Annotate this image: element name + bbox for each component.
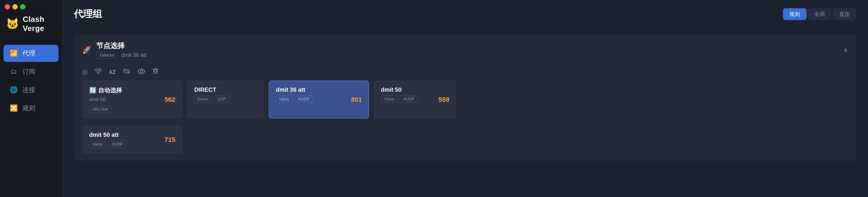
card-latency-auto: 562 <box>164 96 175 103</box>
group-selected-node: dmit 36 att <box>121 52 146 58</box>
group-name: 节点选择 <box>96 41 146 51</box>
minimize-button[interactable] <box>12 4 18 9</box>
subscriptions-icon: 🗂 <box>9 68 18 75</box>
filter-eye-icon[interactable] <box>137 68 145 76</box>
proxy-card-direct[interactable]: DIRECT Direct UDP <box>187 80 264 119</box>
filter-wifi-icon[interactable] <box>95 68 102 76</box>
header-actions: 规则 全局 直连 <box>783 8 856 20</box>
proxy-group-node-select: 🚀 节点选择 Selector dmit 36 att ∧ ◎ <box>74 34 856 161</box>
tag-urltest: URLTest <box>89 106 111 113</box>
group-header-node-select[interactable]: 🚀 节点选择 Selector dmit 36 att ∧ <box>74 34 856 65</box>
filter-toolbar: ◎ AZ <box>74 65 856 80</box>
main-content: 代理组 规则 全局 直连 🚀 节点选择 Selector <box>62 0 868 197</box>
card-latency-dmit36: 801 <box>351 96 362 103</box>
filter-az-sort-icon[interactable]: AZ <box>109 69 116 75</box>
tag-direct: Direct <box>194 96 212 103</box>
group-type-badge: Selector <box>96 52 118 59</box>
tag-xudp-dmit50: XUDP <box>400 96 418 103</box>
nav-menu: 📶 代理 🗂 订阅 🌐 连接 🔀 规则 <box>0 45 62 117</box>
proxy-cards-row1: 🔄 自动选择 dmit 50 URLTest 562 DIRECT Direct… <box>74 80 856 126</box>
tag-vless-dmit50: Vless <box>381 96 397 103</box>
proxy-icon: 📶 <box>9 50 18 57</box>
connections-icon: 🌐 <box>9 86 18 94</box>
tag-udp: UDP <box>214 96 229 103</box>
group-emoji: 🚀 <box>82 45 92 55</box>
group-name-block: 节点选择 Selector dmit 36 att <box>96 41 146 59</box>
group-meta: Selector dmit 36 att <box>96 52 146 59</box>
proxy-cards-row2: dmit 50 att Vless XUDP 715 <box>74 126 856 161</box>
card-tags-direct: Direct UDP <box>194 96 257 103</box>
logo-icon: 🐱 <box>6 19 19 29</box>
sidebar-item-proxy[interactable]: 📶 代理 <box>4 45 58 62</box>
card-sub-auto: dmit 50 <box>89 97 175 103</box>
direct-mode-button[interactable]: 直连 <box>833 8 856 20</box>
tag-vless-dmit36: Vless <box>276 96 292 103</box>
group-header-left: 🚀 节点选择 Selector dmit 36 att <box>82 41 146 59</box>
proxy-label: 代理 <box>23 49 35 58</box>
tag-vless-dmit50att: Vless <box>89 141 106 148</box>
svg-point-1 <box>140 70 143 72</box>
card-name-direct: DIRECT <box>194 87 257 93</box>
close-button[interactable] <box>5 4 10 9</box>
logo-text: Clash Verge <box>23 15 56 33</box>
filter-slash-eye-icon[interactable] <box>123 68 130 76</box>
sidebar-item-connections[interactable]: 🌐 连接 <box>4 81 58 98</box>
rules-label: 规则 <box>23 104 35 113</box>
sidebar-item-subscriptions[interactable]: 🗂 订阅 <box>4 63 58 80</box>
proxy-card-auto-select[interactable]: 🔄 自动选择 dmit 50 URLTest 562 <box>82 80 182 119</box>
rules-icon: 🔀 <box>9 104 18 112</box>
rules-mode-button[interactable]: 规则 <box>783 8 807 20</box>
proxy-groups-list: 🚀 节点选择 Selector dmit 36 att ∧ ◎ <box>62 29 868 197</box>
card-latency-dmit50att: 715 <box>164 136 175 143</box>
proxy-card-dmit-50[interactable]: dmit 50 Vless XUDP 559 <box>374 80 457 119</box>
subscriptions-label: 订阅 <box>23 67 35 76</box>
sidebar-item-rules[interactable]: 🔀 规则 <box>4 100 58 117</box>
logo-area: 🐱 Clash Verge <box>0 15 62 45</box>
card-latency-dmit50: 559 <box>438 96 450 103</box>
page-title: 代理组 <box>74 8 102 21</box>
card-tags-auto: URLTest <box>89 106 175 113</box>
connections-label: 连接 <box>23 86 35 94</box>
svg-point-0 <box>98 73 99 74</box>
chevron-up-icon: ∧ <box>843 46 848 54</box>
card-tags-dmit50att: Vless XUDP <box>89 141 175 148</box>
card-name-dmit50att: dmit 50 att <box>89 132 175 138</box>
tag-xudp-dmit50att: XUDP <box>108 141 126 148</box>
filter-circle-dot-icon[interactable]: ◎ <box>82 68 88 76</box>
tag-xudp-dmit36: XUDP <box>294 96 313 103</box>
card-name-dmit50: dmit 50 <box>381 87 450 93</box>
proxy-card-dmit-50-att[interactable]: dmit 50 att Vless XUDP 715 <box>82 126 182 154</box>
proxy-card-dmit-36-att[interactable]: dmit 36 att Vless XUDP 801 <box>269 80 369 119</box>
card-tags-dmit36: Vless XUDP <box>276 96 362 103</box>
sidebar: 🐱 Clash Verge 📶 代理 🗂 订阅 🌐 连接 🔀 规则 <box>0 0 62 197</box>
maximize-button[interactable] <box>20 4 25 9</box>
global-mode-button[interactable]: 全局 <box>808 8 831 20</box>
header: 代理组 规则 全局 直连 <box>62 0 868 29</box>
card-name-auto: 🔄 自动选择 <box>89 87 175 94</box>
filter-clear-icon[interactable] <box>152 68 159 76</box>
card-name-dmit36: dmit 36 att <box>276 87 362 93</box>
